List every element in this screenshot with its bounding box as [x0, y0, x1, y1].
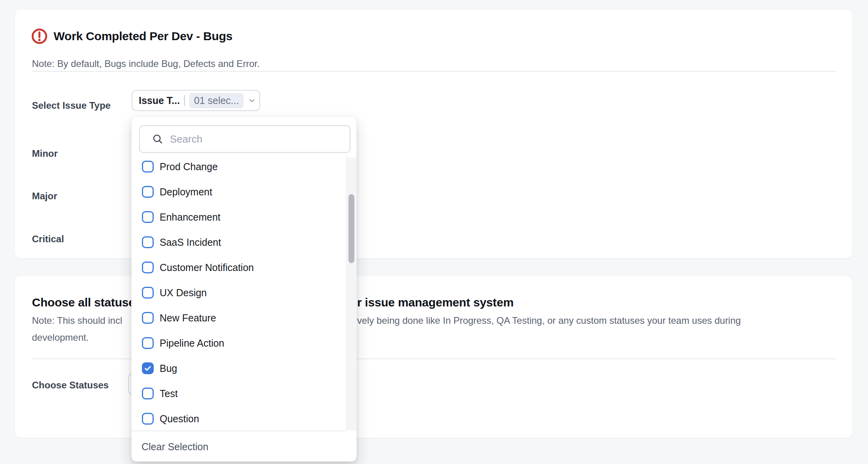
- checkbox-icon[interactable]: [142, 337, 154, 349]
- dropdown-option[interactable]: Bug: [132, 356, 356, 381]
- scrollbar-thumb[interactable]: [348, 194, 354, 263]
- checkbox-icon[interactable]: [142, 211, 154, 223]
- dropdown-option[interactable]: Deployment: [132, 179, 356, 204]
- checkbox-icon[interactable]: [142, 388, 154, 399]
- checkbox-icon[interactable]: [142, 312, 154, 324]
- card1-header: Work Completed Per Dev - Bugs: [31, 28, 233, 45]
- card2-note-left-fragment: Note: This should incl: [32, 314, 122, 327]
- option-label: SaaS Incident: [160, 237, 221, 248]
- dropdown-search-box[interactable]: [139, 125, 350, 153]
- page-title: Work Completed Per Dev - Bugs: [54, 28, 233, 45]
- chevron-down-icon: [248, 97, 256, 104]
- card2-note-right-fragment: vely being done like In Progress, QA Tes…: [357, 314, 741, 327]
- dropdown-option[interactable]: New Feature: [132, 305, 356, 330]
- option-label: Pipeline Action: [160, 338, 224, 349]
- option-label: Bug: [160, 363, 177, 374]
- severity-label-critical: Critical: [32, 233, 64, 245]
- checkbox-icon[interactable]: [142, 186, 154, 198]
- dropdown-option[interactable]: Prod Change: [132, 154, 356, 179]
- severity-label-minor: Minor: [32, 148, 58, 160]
- dropdown-option[interactable]: SaaS Incident: [132, 230, 356, 255]
- checkbox-icon[interactable]: [142, 161, 154, 173]
- option-label: Deployment: [160, 186, 212, 198]
- dropdown-option[interactable]: Pipeline Action: [132, 330, 356, 356]
- search-icon: [152, 133, 164, 145]
- dropdown-option[interactable]: UX Design: [132, 280, 356, 305]
- page: Work Completed Per Dev - Bugs Note: By d…: [0, 0, 868, 464]
- severity-label-major: Major: [32, 190, 57, 202]
- dropdown-option[interactable]: Enhancement: [132, 204, 356, 230]
- checkbox-icon[interactable]: [142, 362, 154, 374]
- option-label: Prod Change: [160, 161, 218, 173]
- dropdown-option[interactable]: Test: [132, 381, 356, 406]
- clear-selection-button[interactable]: Clear Selection: [132, 431, 356, 462]
- option-label: New Feature: [160, 312, 216, 324]
- trigger-label: Issue T...: [139, 95, 180, 106]
- option-label: Customer Notification: [160, 262, 254, 273]
- checkbox-icon[interactable]: [142, 413, 154, 425]
- card1-note: Note: By default, Bugs include Bug, Defe…: [32, 58, 260, 70]
- card2-title-right-fragment: r issue management system: [357, 295, 514, 310]
- option-label: Test: [160, 388, 178, 399]
- alert-circle-icon: [31, 28, 48, 45]
- choose-statuses-label: Choose Statuses: [32, 379, 109, 391]
- trigger-separator: [184, 95, 185, 106]
- dropdown-option[interactable]: Customer Notification: [132, 255, 356, 280]
- checkbox-icon[interactable]: [142, 236, 154, 248]
- card1-divider: [32, 71, 836, 72]
- option-label: UX Design: [160, 287, 207, 299]
- dropdown-options-list: Prod Change Deployment Enhancement SaaS …: [132, 154, 356, 431]
- card2-note-line2: development.: [32, 331, 89, 344]
- issue-type-dropdown-trigger[interactable]: Issue T... 01 selec...: [132, 90, 260, 111]
- check-icon: [143, 364, 152, 373]
- dropdown-option[interactable]: Question: [132, 406, 356, 431]
- option-label: Question: [160, 413, 199, 425]
- checkbox-icon[interactable]: [142, 262, 154, 273]
- select-issue-type-label: Select Issue Type: [32, 100, 111, 111]
- selected-count-badge: 01 selec...: [189, 93, 244, 108]
- checkbox-icon[interactable]: [142, 287, 154, 299]
- clear-selection-label: Clear Selection: [142, 441, 209, 453]
- card2-title-left-fragment: Choose all statuse: [32, 295, 135, 310]
- option-label: Enhancement: [160, 212, 220, 223]
- issue-type-dropdown-panel: Prod Change Deployment Enhancement SaaS …: [131, 117, 357, 462]
- search-input[interactable]: [170, 126, 350, 152]
